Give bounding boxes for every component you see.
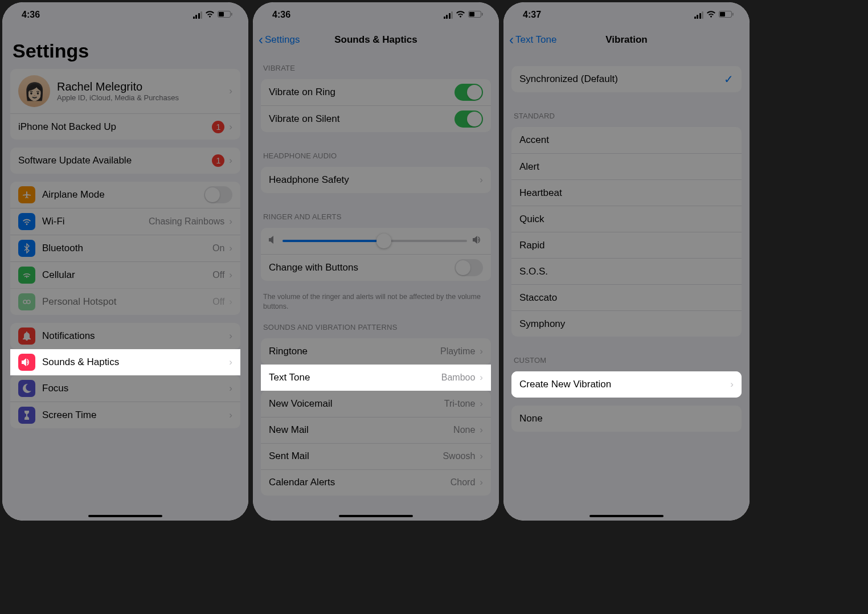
airplane-toggle[interactable]: [204, 186, 232, 203]
screentime-label: Screen Time: [42, 410, 229, 421]
wifi-value: Chasing Rainbows: [149, 216, 224, 227]
nav-bar: ‹ Settings Sounds & Haptics: [253, 27, 499, 52]
notifications-row[interactable]: Notifications ›: [10, 323, 240, 349]
vibrate-on-ring-row[interactable]: Vibrate on Ring: [261, 79, 491, 105]
backup-warning-row[interactable]: iPhone Not Backed Up 1 ›: [10, 113, 240, 140]
volume-slider[interactable]: [282, 240, 467, 242]
create-vibration-highlight: Create New Vibration ›: [511, 371, 742, 398]
vibration-option-row[interactable]: Rapid: [511, 232, 742, 258]
voicemail-row[interactable]: New Voicemail Tri-tone ›: [261, 391, 491, 417]
nav-bar: ‹ Text Tone Vibration: [503, 27, 750, 52]
calendar-row[interactable]: Calendar Alerts Chord ›: [261, 469, 491, 496]
text-tone-label: Text Tone: [269, 372, 441, 383]
chevron-right-icon: ›: [229, 85, 232, 97]
status-indicators: [193, 10, 233, 20]
screentime-row[interactable]: Screen Time ›: [10, 402, 240, 428]
home-indicator[interactable]: [339, 515, 413, 518]
change-buttons-toggle[interactable]: [455, 259, 483, 276]
status-time: 4:36: [272, 10, 290, 20]
create-vibration-row[interactable]: Create New Vibration ›: [511, 371, 742, 398]
home-indicator[interactable]: [88, 515, 162, 518]
focus-row[interactable]: Focus ›: [10, 375, 240, 402]
screen-settings: 4:36 Settings 👩🏻 Rachel Melegrito Apple …: [2, 2, 248, 521]
sent-mail-row[interactable]: Sent Mail Swoosh ›: [261, 443, 491, 469]
vibration-option-row[interactable]: Alert: [511, 153, 742, 179]
vibration-option-label: S.O.S.: [519, 266, 734, 277]
profile-group: 👩🏻 Rachel Melegrito Apple ID, iCloud, Me…: [10, 69, 240, 140]
hotspot-icon: [18, 293, 35, 310]
ringtone-value: Playtime: [440, 346, 475, 357]
svg-point-3: [23, 300, 27, 304]
none-group: None: [511, 406, 742, 432]
wifi-row[interactable]: Wi-Fi Chasing Rainbows ›: [10, 208, 240, 235]
back-button[interactable]: ‹ Text Tone: [509, 32, 556, 48]
svg-point-4: [27, 300, 30, 304]
bluetooth-label: Bluetooth: [42, 243, 212, 254]
section-standard: Standard: [503, 100, 750, 124]
screentime-icon: [18, 407, 35, 424]
status-bar: 4:36: [253, 2, 499, 27]
chevron-right-icon: ›: [480, 477, 483, 488]
system-group-2: Focus › Screen Time ›: [10, 375, 240, 428]
voicemail-value: Tri-tone: [444, 399, 476, 409]
volume-high-icon: [473, 235, 483, 247]
vibrate-silent-toggle[interactable]: [455, 110, 483, 128]
apple-id-row[interactable]: 👩🏻 Rachel Melegrito Apple ID, iCloud, Me…: [10, 69, 240, 113]
back-label: Settings: [265, 34, 300, 46]
bluetooth-row[interactable]: Bluetooth On ›: [10, 235, 240, 261]
cellular-row[interactable]: Cellular Off ›: [10, 261, 240, 288]
airplane-icon: [18, 186, 35, 203]
battery-icon: [719, 10, 734, 20]
sent-mail-value: Swoosh: [443, 451, 475, 461]
airplane-mode-row[interactable]: Airplane Mode: [10, 182, 240, 208]
network-group: Airplane Mode Wi-Fi Chasing Rainbows › B…: [10, 182, 240, 315]
text-tone-row[interactable]: Text Tone Bamboo ›: [261, 365, 491, 391]
status-indicators: [444, 10, 484, 20]
chevron-right-icon: ›: [229, 155, 232, 166]
cellular-value: Off: [212, 270, 224, 280]
sounds-icon: [18, 354, 35, 371]
home-indicator[interactable]: [589, 515, 664, 518]
vibrate-silent-label: Vibrate on Silent: [269, 113, 455, 125]
sounds-haptics-row[interactable]: Sounds & Haptics ›: [10, 349, 240, 375]
cellular-signal-icon: [444, 11, 453, 19]
bluetooth-icon: [18, 240, 35, 257]
svg-rect-1: [219, 12, 224, 17]
vibration-option-row[interactable]: Staccato: [511, 284, 742, 310]
new-mail-row[interactable]: New Mail None ›: [261, 417, 491, 443]
chevron-right-icon: ›: [480, 346, 483, 357]
back-button[interactable]: ‹ Settings: [259, 32, 300, 48]
notifications-icon: [18, 328, 35, 345]
hotspot-row[interactable]: Personal Hotspot Off ›: [10, 288, 240, 315]
back-label: Text Tone: [515, 34, 556, 46]
none-row[interactable]: None: [511, 406, 742, 432]
section-vibrate: Vibrate: [253, 52, 499, 76]
status-bar: 4:37: [503, 2, 750, 27]
change-with-buttons-row[interactable]: Change with Buttons: [261, 254, 491, 281]
chevron-right-icon: ›: [480, 424, 483, 436]
ringtone-row[interactable]: Ringtone Playtime ›: [261, 338, 491, 365]
calendar-value: Chord: [451, 477, 476, 488]
cellular-icon: [18, 267, 35, 284]
svg-rect-7: [482, 13, 483, 16]
chevron-right-icon: ›: [480, 174, 483, 186]
vibration-option-row[interactable]: Heartbeat: [511, 179, 742, 206]
vibrate-ring-toggle[interactable]: [455, 84, 483, 101]
software-update-row[interactable]: Software Update Available 1 ›: [10, 148, 240, 174]
chevron-right-icon: ›: [480, 451, 483, 462]
wifi-icon: [205, 10, 215, 20]
headphone-safety-row[interactable]: Headphone Safety ›: [261, 167, 491, 193]
vibrate-on-silent-row[interactable]: Vibrate on Silent: [261, 105, 491, 132]
synchronized-row[interactable]: Synchronized (Default) ✓: [511, 66, 742, 92]
chevron-right-icon: ›: [480, 372, 483, 383]
chevron-right-icon: ›: [480, 398, 483, 410]
vibration-option-row[interactable]: Accent: [511, 127, 742, 153]
vibration-option-row[interactable]: S.O.S.: [511, 258, 742, 284]
vibration-option-label: Rapid: [519, 240, 734, 251]
vibration-option-label: Heartbeat: [519, 187, 734, 199]
sounds-label: Sounds & Haptics: [42, 357, 229, 368]
backup-badge: 1: [212, 121, 224, 133]
vibration-option-row[interactable]: Quick: [511, 206, 742, 232]
vibration-option-row[interactable]: Symphony: [511, 310, 742, 337]
vibration-option-label: Alert: [519, 161, 734, 173]
